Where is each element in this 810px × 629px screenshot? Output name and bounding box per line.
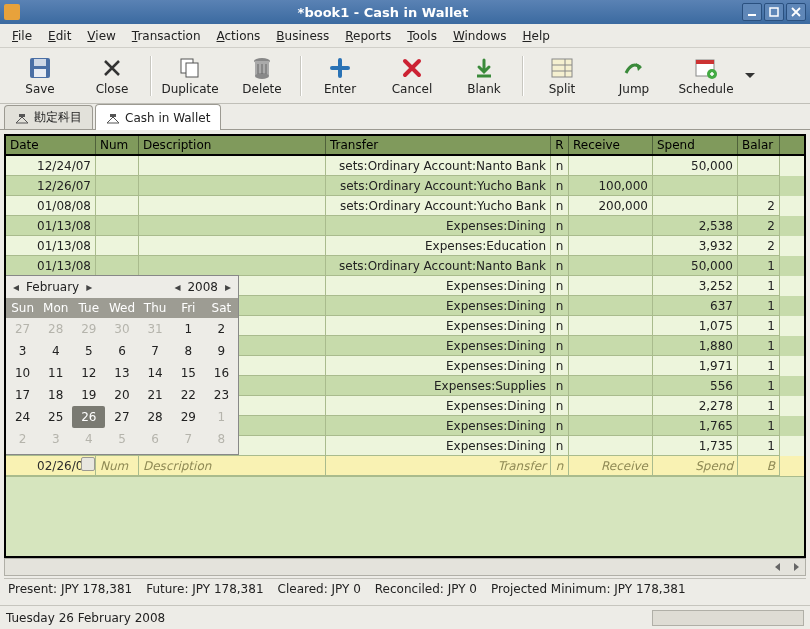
header-reconcile[interactable]: R <box>551 136 569 154</box>
entry-date[interactable]: 02/26/08 <box>6 456 96 476</box>
cell-spend[interactable] <box>653 196 738 216</box>
cell-xfer[interactable]: Expenses:Dining <box>326 336 551 356</box>
cell-r[interactable]: n <box>551 276 569 296</box>
menu-actions[interactable]: Actions <box>211 27 267 45</box>
cell-desc[interactable] <box>139 236 326 256</box>
cell-xfer[interactable]: Expenses:Dining <box>326 216 551 236</box>
cell-recv[interactable]: 200,000 <box>569 196 653 216</box>
cell-recv[interactable] <box>569 296 653 316</box>
cell-xfer[interactable]: Expenses:Dining <box>326 316 551 336</box>
cell-r[interactable]: n <box>551 356 569 376</box>
cell-recv[interactable] <box>569 216 653 236</box>
cell-r[interactable]: n <box>551 416 569 436</box>
cell-xfer[interactable]: sets:Ordinary Account:Yucho Bank <box>326 196 551 216</box>
cell-recv[interactable] <box>569 416 653 436</box>
cell-spend[interactable]: 1,880 <box>653 336 738 356</box>
cell-spend[interactable]: 1,075 <box>653 316 738 336</box>
calendar-day[interactable]: 5 <box>105 428 138 450</box>
cell-spend[interactable]: 1,765 <box>653 416 738 436</box>
scroll-left-button[interactable] <box>769 560 787 574</box>
calendar-day[interactable]: 8 <box>205 428 238 450</box>
calendar-day[interactable]: 28 <box>39 318 72 340</box>
cell-r[interactable]: n <box>551 216 569 236</box>
calendar-day[interactable]: 17 <box>6 384 39 406</box>
calendar-day[interactable]: 7 <box>172 428 205 450</box>
table-row[interactable]: 12/24/07sets:Ordinary Account:Nanto Bank… <box>6 156 804 176</box>
header-receive[interactable]: Receive <box>569 136 653 154</box>
cell-num[interactable] <box>96 176 139 196</box>
calendar-day[interactable]: 6 <box>105 340 138 362</box>
cell-spend[interactable]: 3,932 <box>653 236 738 256</box>
cell-bal[interactable]: 2 <box>738 196 780 216</box>
cell-xfer[interactable]: Expenses:Education <box>326 236 551 256</box>
cell-bal[interactable] <box>738 156 780 176</box>
header-spend[interactable]: Spend <box>653 136 738 154</box>
calendar-day[interactable]: 27 <box>6 318 39 340</box>
cell-recv[interactable] <box>569 276 653 296</box>
table-row[interactable]: 01/13/08Expenses:Diningn2,5382 <box>6 216 804 236</box>
table-row[interactable]: 12/26/07sets:Ordinary Account:Yucho Bank… <box>6 176 804 196</box>
cell-num[interactable] <box>96 216 139 236</box>
month-label[interactable]: February <box>22 280 83 294</box>
cell-recv[interactable] <box>569 156 653 176</box>
calendar-day[interactable]: 1 <box>172 318 205 340</box>
entry-row[interactable]: 02/26/08NumDescriptionTransfernReceiveSp… <box>6 456 804 476</box>
year-prev-button[interactable]: ◂ <box>171 280 183 294</box>
calendar-day[interactable]: 29 <box>72 318 105 340</box>
cell-r[interactable]: n <box>551 156 569 176</box>
cell-num[interactable] <box>96 236 139 256</box>
entry-xfer[interactable]: Transfer <box>326 456 551 476</box>
close-button[interactable] <box>786 3 806 21</box>
calendar-day[interactable]: 31 <box>139 318 172 340</box>
cell-bal[interactable]: 1 <box>738 296 780 316</box>
month-next-button[interactable]: ▸ <box>83 280 95 294</box>
calendar-day[interactable]: 8 <box>172 340 205 362</box>
cell-bal[interactable]: 2 <box>738 216 780 236</box>
cell-r[interactable]: n <box>551 396 569 416</box>
calendar-day[interactable]: 10 <box>6 362 39 384</box>
cell-bal[interactable]: 1 <box>738 436 780 456</box>
calendar-day[interactable]: 2 <box>205 318 238 340</box>
cell-date[interactable]: 01/13/08 <box>6 236 96 256</box>
cell-spend[interactable]: 2,538 <box>653 216 738 236</box>
menu-reports[interactable]: Reports <box>339 27 397 45</box>
cell-spend[interactable]: 556 <box>653 376 738 396</box>
cell-bal[interactable]: 2 <box>738 236 780 256</box>
menu-view[interactable]: View <box>81 27 121 45</box>
calendar-day[interactable]: 9 <box>205 340 238 362</box>
cell-bal[interactable]: 1 <box>738 356 780 376</box>
menu-edit[interactable]: Edit <box>42 27 77 45</box>
cell-xfer[interactable]: Expenses:Supplies <box>326 376 551 396</box>
cell-r[interactable]: n <box>551 336 569 356</box>
cell-bal[interactable]: 1 <box>738 396 780 416</box>
calendar-day[interactable]: 24 <box>6 406 39 428</box>
calendar-day[interactable]: 13 <box>105 362 138 384</box>
cell-desc[interactable] <box>139 176 326 196</box>
cell-spend[interactable]: 637 <box>653 296 738 316</box>
entry-spend[interactable]: Spend <box>653 456 738 476</box>
cell-r[interactable]: n <box>551 436 569 456</box>
split-button[interactable]: Split <box>526 50 598 102</box>
toolbar-overflow[interactable] <box>742 73 758 79</box>
month-prev-button[interactable]: ◂ <box>10 280 22 294</box>
calendar-day[interactable]: 19 <box>72 384 105 406</box>
cell-bal[interactable] <box>738 176 780 196</box>
calendar-day[interactable]: 29 <box>172 406 205 428</box>
cell-xfer[interactable]: Expenses:Dining <box>326 276 551 296</box>
jump-button[interactable]: Jump <box>598 50 670 102</box>
cell-spend[interactable]: 1,735 <box>653 436 738 456</box>
cell-xfer[interactable]: Expenses:Dining <box>326 296 551 316</box>
table-row[interactable]: 01/08/08sets:Ordinary Account:Yucho Bank… <box>6 196 804 216</box>
calendar-day[interactable]: 23 <box>205 384 238 406</box>
calendar-day[interactable]: 2 <box>6 428 39 450</box>
calendar-day[interactable]: 21 <box>139 384 172 406</box>
cell-spend[interactable]: 1,971 <box>653 356 738 376</box>
tab-cash-in-wallet[interactable]: Cash in Wallet <box>95 104 221 130</box>
menu-help[interactable]: Help <box>516 27 555 45</box>
cell-r[interactable]: n <box>551 236 569 256</box>
blank-button[interactable]: Blank <box>448 50 520 102</box>
scroll-right-button[interactable] <box>787 560 805 574</box>
header-balance[interactable]: Balar <box>738 136 780 154</box>
cell-num[interactable] <box>96 256 139 276</box>
cell-recv[interactable] <box>569 356 653 376</box>
